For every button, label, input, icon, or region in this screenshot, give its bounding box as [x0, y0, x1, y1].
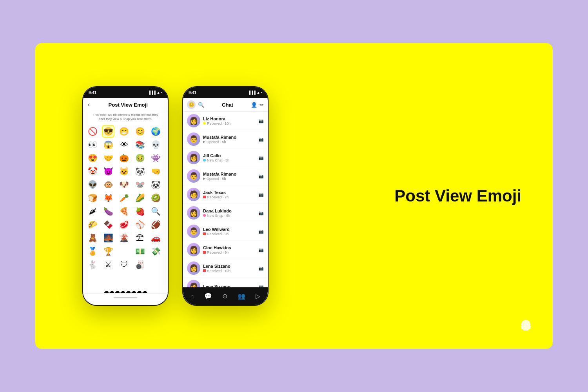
emoji-eggplant[interactable]: 🍆 [102, 205, 114, 218]
emoji-smile[interactable]: 😊 [134, 125, 146, 138]
phone1-post-view-emoji: 9:41 ▐▐▐ ▲ ▪ ‹ Post View Emoji This emoj… [82, 86, 169, 306]
emoji-beach[interactable]: ⛱ [134, 232, 146, 244]
camera-icon-2[interactable]: 📷 [258, 137, 264, 142]
camera-icon-8[interactable]: 📷 [258, 247, 264, 252]
arrow-icon-2: ▶ [203, 177, 205, 180]
chat-status-dana: New Snap · 6h [203, 214, 256, 218]
emoji-eyes[interactable]: 👀 [86, 138, 99, 151]
emoji-swords[interactable]: ⚔ [102, 258, 114, 271]
emoji-sunglasses[interactable]: 😎 [102, 125, 114, 138]
chat-info-leo: Leo Willward Received · 9h [203, 227, 256, 236]
camera-icon-9[interactable]: 📷 [258, 266, 264, 271]
phone2-notch: 9:41 ▐▐▐ ▲ ▪ [183, 87, 268, 98]
emoji-globe[interactable]: 🌍 [150, 125, 162, 138]
emoji-scream[interactable]: 😱 [102, 138, 114, 151]
emoji-handshake[interactable]: 🤝 [102, 152, 114, 164]
emoji-taco[interactable]: 🌮 [86, 218, 99, 231]
nav-home-icon[interactable]: ⌂ [191, 293, 194, 300]
emoji-alien-monster[interactable]: 👾 [150, 152, 162, 164]
phone1-home-bar [114, 297, 137, 298]
emoji-pumpkin[interactable]: 🎃 [118, 152, 131, 164]
chat-item-liz-honora[interactable]: 👩 Liz Honora Received · 10h 📷 [183, 112, 268, 130]
chat-item-jill-callo[interactable]: 👩 Jill Callo New Chat · 5h 📷 [183, 149, 268, 167]
camera-icon-3[interactable]: 📷 [258, 155, 264, 160]
emoji-medal[interactable]: 🏅 [86, 245, 99, 258]
emoji-grin[interactable]: 😁 [118, 125, 131, 138]
chat-name-dana: Dana Lukindo [203, 209, 256, 213]
camera-icon[interactable]: 📷 [258, 118, 264, 123]
chat-status-mustafa-2: ▶ Opened · 5h [203, 177, 256, 181]
emoji-books[interactable]: 📚 [134, 138, 146, 151]
chat-info-liz: Liz Honora Received · 10h [203, 116, 256, 125]
emoji-bread[interactable]: 🍞 [86, 192, 99, 204]
nav-chat-icon[interactable]: 💬 [204, 292, 212, 300]
emoji-pizza[interactable]: 🍕 [118, 205, 131, 218]
emoji-meat[interactable]: 🥩 [118, 218, 131, 231]
emoji-alien[interactable]: 👽 [86, 178, 99, 191]
emoji-bowling[interactable]: 🎳 [134, 258, 146, 271]
chat-item-cloe-hawkins[interactable]: 👩 Cloe Hawkins Received · 9h 📷 [183, 241, 268, 259]
emoji-chocolate[interactable]: 🍫 [102, 218, 114, 231]
emoji-mouse[interactable]: 🐭 [134, 178, 146, 191]
emoji-magnify[interactable]: 🔍 [150, 205, 162, 218]
chat-item-lena-sizzano-1[interactable]: 👩 Lena Sizzano Received · 10h 📷 [183, 259, 268, 278]
emoji-dollar[interactable]: 💵 [134, 245, 146, 258]
emoji-sick[interactable]: 🤢 [134, 152, 146, 164]
emoji-pepper[interactable]: 🌶 [86, 205, 99, 218]
emoji-panda[interactable]: 🐼 [134, 165, 146, 178]
emoji-devil[interactable]: 😈 [102, 165, 114, 178]
nav-friends-icon[interactable]: 👥 [238, 292, 245, 300]
emoji-baseball[interactable]: ⚾ [134, 218, 146, 231]
chat-item-leo-willward[interactable]: 👨 Leo Willward Received · 9h 📷 [183, 222, 268, 241]
chat-status-jack: Received · 7h [203, 195, 256, 199]
emoji-monkey[interactable]: 🐵 [102, 178, 114, 191]
chat-item-jack-texas[interactable]: 🧑 Jack Texas Received · 7h 📷 [183, 185, 268, 204]
chat-item-mustafa-rimano-2[interactable]: 👨 Mustafa Rimano ▶ Opened · 5h 📷 [183, 167, 268, 185]
emoji-bear[interactable]: 🧸 [86, 232, 99, 244]
chat-item-dana-lukindo[interactable]: 👩 Dana Lukindo New Snap · 6h 📷 [183, 204, 268, 222]
emoji-trophy[interactable]: 🏆 [102, 245, 114, 258]
phone2-chat: 9:41 ▐▐▐ ▲ ▪ 🙂 🔍 Chat 👤 ✏ 👩 Liz Honora R… [182, 86, 269, 306]
camera-icon-7[interactable]: 📷 [258, 229, 264, 234]
emoji-fist[interactable]: 🤜 [150, 165, 162, 178]
emoji-bridge[interactable]: 🌉 [102, 232, 114, 244]
emoji-heart-eyes[interactable]: 😍 [86, 152, 99, 164]
emoji-carrot[interactable]: 🥕 [118, 192, 131, 204]
emoji-dog[interactable]: 🐶 [118, 178, 131, 191]
camera-icon-4[interactable]: 📷 [258, 174, 264, 179]
camera-icon-6[interactable]: 📷 [258, 211, 264, 216]
back-icon[interactable]: ‹ [88, 101, 90, 108]
avatar-cloe: 👩 [187, 243, 200, 256]
nav-camera-icon[interactable]: ⊙ [222, 292, 227, 300]
emoji-corn[interactable]: 🌽 [134, 192, 146, 204]
phone2-topbar: 🙂 🔍 Chat 👤 ✏ [183, 98, 268, 112]
emoji-car[interactable]: 🚗 [150, 232, 162, 244]
emoji-money-wings[interactable]: 💸 [150, 245, 162, 258]
chat-list: 👩 Liz Honora Received · 10h 📷 👨 Mustafa … [183, 112, 268, 296]
chat-name-jill: Jill Callo [203, 153, 256, 158]
emoji-mountain[interactable]: 🌋 [118, 232, 131, 244]
emoji-bunny[interactable]: 🐇 [86, 258, 99, 271]
search-icon[interactable]: 🔍 [198, 102, 204, 108]
emoji-clown[interactable]: 🤡 [86, 165, 99, 178]
emoji-cat[interactable]: 🐱 [118, 165, 131, 178]
nav-play-icon[interactable]: ▷ [256, 292, 260, 300]
emoji-fox[interactable]: 🦊 [102, 192, 114, 204]
emoji-none[interactable]: 🚫 [86, 125, 99, 138]
chat-item-mustafa-rimano-1[interactable]: 👨 Mustafa Rimano ▶ Opened · 5h 📷 [183, 130, 268, 149]
emoji-strawberry[interactable]: 🍓 [134, 205, 146, 218]
chat-name-jack: Jack Texas [203, 190, 256, 195]
edit-icon[interactable]: ✏ [260, 102, 264, 108]
emoji-shield[interactable]: 🛡 [118, 258, 131, 271]
user-avatar-small[interactable]: 🙂 [187, 100, 196, 109]
bottom-nav: ⌂ 💬 ⊙ 👥 ▷ [183, 287, 268, 305]
add-friend-icon[interactable]: 👤 [251, 102, 257, 108]
emoji-eye[interactable]: 👁 [118, 138, 131, 151]
emoji-kiwi[interactable]: 🥝 [150, 192, 162, 204]
chat-info-cloe: Cloe Hawkins Received · 9h [203, 245, 256, 254]
emoji-football[interactable]: 🏈 [150, 218, 162, 231]
emoji-skull[interactable]: 💀 [150, 138, 162, 151]
emoji-panda2[interactable]: 🐼 [150, 178, 162, 191]
camera-icon-5[interactable]: 📷 [258, 192, 264, 197]
phone1-title: Post View Emoji [93, 102, 163, 108]
